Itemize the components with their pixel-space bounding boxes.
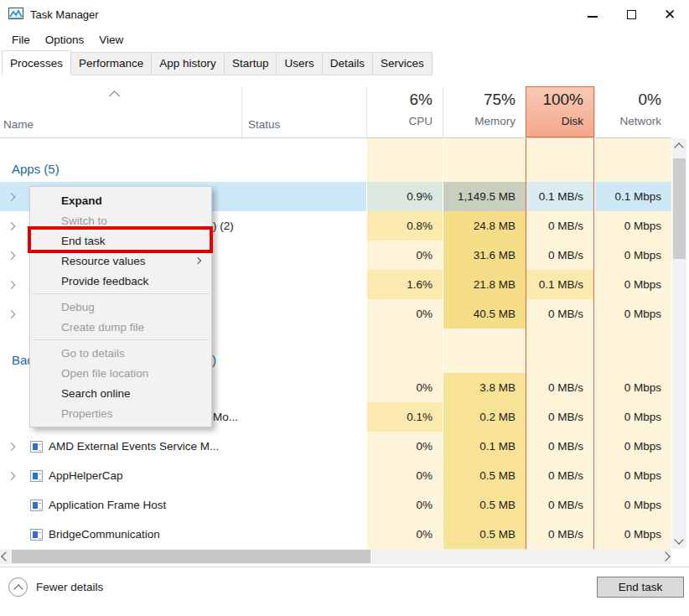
process-name: BridgeCommunication: [49, 528, 160, 541]
group-header-left[interactable]: Apps (5): [0, 138, 366, 182]
cell-disk: 0 MB/s: [526, 299, 594, 329]
process-name-cell[interactable]: Application Frame Host: [0, 490, 366, 520]
process-row[interactable]: AppHelperCap0%0.5 MB0 MB/s0 Mbps: [0, 461, 671, 490]
cell-network: 0 Mbps: [594, 299, 671, 329]
group-header-row: Apps (5): [0, 138, 671, 182]
maximize-icon: [627, 10, 636, 19]
cell-memory: 40.5 MB: [443, 299, 526, 329]
cell-network: 0 Mbps: [594, 373, 671, 402]
horizontal-scrollbar[interactable]: [0, 549, 671, 564]
scroll-right-icon[interactable]: [661, 551, 670, 561]
cell-memory: 0.5 MB: [443, 490, 526, 520]
vertical-scrollbar[interactable]: [672, 138, 686, 549]
menu-item-provide-feedback[interactable]: Provide feedback: [30, 271, 211, 291]
task-manager-icon: [8, 8, 23, 21]
menu-item-switch-to: Switch to: [30, 210, 211, 230]
column-header-disk[interactable]: 100%Disk: [526, 86, 594, 137]
expand-chevron-icon[interactable]: [8, 310, 16, 318]
group-header-fragment: ): [212, 353, 216, 367]
cell-disk: 0 MB/s: [526, 241, 594, 270]
process-name-cell[interactable]: BridgeCommunication: [0, 520, 366, 549]
header-percent-memory: 75%: [443, 91, 515, 109]
menu-item-expand[interactable]: Expand: [30, 190, 211, 210]
menu-separator: [32, 339, 210, 340]
column-divider: [594, 87, 595, 137]
menu-item-resource-values[interactable]: Resource values: [30, 251, 211, 271]
process-name-cell[interactable]: AMD External Events Service M...: [0, 432, 366, 461]
tab-processes[interactable]: Processes: [2, 50, 71, 75]
process-icon: [30, 529, 43, 541]
cell-memory: 0.5 MB: [443, 520, 526, 549]
process-name: AMD External Events Service M...: [49, 440, 219, 453]
cell-disk: 0.1 MB/s: [526, 270, 594, 299]
column-header-memory[interactable]: 75%Memory: [443, 87, 526, 137]
cell-cpu: [366, 335, 443, 373]
process-icon: [30, 470, 43, 482]
expand-chevron-icon[interactable]: [8, 281, 16, 289]
title-bar: Task Manager ✕: [0, 0, 689, 28]
expand-chevron-icon[interactable]: [8, 193, 16, 201]
tab-details[interactable]: Details: [322, 52, 373, 75]
cell-disk: 0.1 MB/s: [526, 182, 594, 211]
fewer-details-label: Fewer details: [36, 581, 103, 593]
minimize-button[interactable]: [573, 0, 612, 28]
cell-disk: 0 MB/s: [526, 402, 594, 432]
cell-network: [594, 335, 671, 373]
tab-services[interactable]: Services: [372, 52, 433, 75]
cell-memory: 0.1 MB: [443, 432, 526, 461]
column-header-status[interactable]: Status: [248, 118, 280, 131]
close-button[interactable]: ✕: [650, 0, 689, 28]
horizontal-scrollbar-thumb[interactable]: [12, 550, 370, 563]
menubar-item-file[interactable]: File: [4, 30, 38, 49]
close-icon: ✕: [664, 8, 676, 22]
submenu-arrow-icon: [194, 257, 201, 264]
context-menu: ExpandSwitch toEnd taskResource valuesPr…: [29, 186, 212, 427]
column-header-cpu[interactable]: 6%CPU: [366, 87, 443, 137]
cell-network: 0 Mbps: [594, 241, 671, 270]
fewer-details-toggle[interactable]: Fewer details: [8, 577, 103, 597]
cell-memory: 31.6 MB: [443, 241, 526, 270]
menubar-item-options[interactable]: Options: [38, 30, 92, 49]
tab-app-history[interactable]: App history: [151, 52, 225, 75]
scroll-left-icon[interactable]: [1, 551, 10, 561]
scroll-down-icon[interactable]: [674, 535, 683, 544]
cell-memory: 0.5 MB: [443, 461, 526, 490]
cell-cpu: 0.9%: [366, 182, 443, 211]
column-divider: [366, 87, 367, 137]
tab-startup[interactable]: Startup: [224, 52, 277, 75]
process-name-cell[interactable]: AppHelperCap: [0, 461, 366, 490]
footer-bar: Fewer details End task: [0, 567, 689, 616]
vertical-scrollbar-thumb[interactable]: [673, 158, 686, 259]
cell-disk: [526, 138, 594, 182]
column-header-network[interactable]: 0%Network: [594, 87, 671, 137]
cell-cpu: 0%: [366, 299, 443, 329]
process-row[interactable]: AMD External Events Service M...0%0.1 MB…: [0, 432, 671, 461]
scroll-up-icon[interactable]: [674, 142, 683, 152]
process-row[interactable]: Application Frame Host0%0.5 MB0 MB/s0 Mb…: [0, 490, 671, 520]
header-percent-disk: 100%: [526, 91, 583, 109]
cell-memory: 0.2 MB: [443, 402, 526, 432]
cell-network: 0 Mbps: [594, 402, 671, 432]
maximize-button[interactable]: [612, 0, 650, 28]
end-task-button[interactable]: End task: [597, 577, 684, 598]
expand-chevron-icon[interactable]: [8, 251, 16, 260]
menubar-item-view[interactable]: View: [91, 30, 131, 49]
menu-item-go-to-details: Go to details: [30, 343, 211, 363]
process-row[interactable]: BridgeCommunication0%0.5 MB0 MB/s0 Mbps: [0, 520, 671, 549]
expand-chevron-icon[interactable]: [8, 222, 16, 230]
menu-item-search-online[interactable]: Search online: [30, 383, 211, 403]
column-header-name[interactable]: Name: [3, 118, 34, 131]
header-label-memory: Memory: [443, 115, 515, 127]
cell-network: [594, 329, 671, 335]
chevron-up-circle-icon: [8, 577, 28, 597]
cell-disk: [526, 329, 594, 335]
header-label-network: Network: [594, 115, 661, 127]
cell-network: 0 Mbps: [594, 432, 671, 461]
cell-network: 0 Mbps: [594, 490, 671, 520]
column-divider: [241, 87, 242, 137]
tab-performance[interactable]: Performance: [70, 52, 152, 75]
expand-chevron-icon[interactable]: [8, 472, 16, 480]
tab-users[interactable]: Users: [276, 52, 322, 75]
menu-item-end-task[interactable]: End task: [30, 230, 211, 251]
expand-chevron-icon[interactable]: [8, 443, 16, 451]
